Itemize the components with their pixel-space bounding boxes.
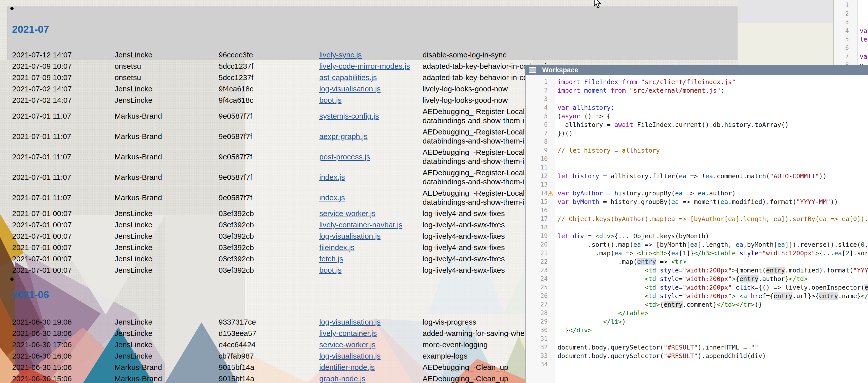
code-line (558, 138, 868, 147)
file-link[interactable]: fileindex.js (319, 243, 354, 252)
list-bullet (10, 278, 13, 281)
code-line: va (860, 53, 867, 61)
line-number: 34 (526, 361, 555, 370)
code-line: import FileIndex from "src/client/filein… (558, 78, 868, 87)
line-number: 17 (526, 215, 555, 224)
line-number: 22 (526, 258, 555, 267)
commit-hash-cell: 96ccec3fe (219, 49, 319, 60)
file-link[interactable]: ast-capabilities.js (319, 73, 377, 82)
commit-file-cell: boot.js (319, 94, 423, 106)
commit-file-cell: boot.js (319, 264, 423, 276)
line-number: 6 (834, 44, 858, 53)
file-link[interactable]: boot.js (319, 266, 341, 274)
commit-hash-cell: cb7fab987 (219, 350, 319, 361)
line-number-gutter: 1234567891011121314151617181920212223242… (526, 75, 555, 383)
commit-file-cell: lively-container-navbar.js (319, 219, 423, 230)
line-number: 16 (526, 207, 555, 215)
commit-author-cell: Markus-Brand (115, 106, 219, 126)
line-number: 3 (834, 19, 858, 27)
warning-icon[interactable]: ⚠ (548, 190, 554, 197)
commit-date-cell: 2021-07-01 11:07 (12, 187, 115, 208)
line-number: 24 (526, 275, 555, 284)
commit-hash-cell: 9e0587f7f (219, 147, 319, 167)
file-link[interactable]: log-visualisation.js (319, 352, 380, 360)
commit-date-cell: 2021-07-02 14:07 (12, 94, 115, 106)
workspace-editor[interactable]: 1234567891011121314151617181920212223242… (526, 75, 868, 383)
commit-date-cell: 2021-07-01 00:07 (12, 253, 115, 264)
file-link[interactable]: lively-container-navbar.js (319, 221, 402, 229)
commit-author-cell: Markus-Brand (115, 167, 219, 187)
line-number: 8 (526, 138, 555, 147)
code-line: // Object.keys(byAuthor).map(ea => [byAu… (558, 215, 868, 224)
commit-date-cell: 2021-07-02 14:07 (12, 83, 115, 94)
file-link[interactable]: lively-container.js (319, 329, 377, 338)
commit-hash-cell: e4cc64424 (219, 339, 319, 350)
line-number: 7 (526, 130, 555, 138)
code-line: <td>{entry.comment}</td></tr>)} (558, 301, 868, 310)
line-number: 23 (526, 267, 555, 275)
code-line (558, 335, 868, 344)
line-number: 1 (834, 1, 858, 10)
file-link[interactable]: index.js (319, 173, 345, 181)
code-line: <td style="width:200px">{entry.author}</… (558, 275, 868, 284)
commit-hash-cell: 9e0587f7f (219, 126, 319, 147)
commit-file-cell: index.js (319, 187, 423, 208)
code-line: va (860, 27, 867, 36)
commit-date-cell: 2021-07-01 11:07 (12, 106, 115, 126)
line-number: 10 (526, 155, 555, 164)
code-area[interactable]: import FileIndex from "src/client/filein… (555, 75, 868, 383)
commit-date-cell: 2021-07-01 00:07 (12, 242, 115, 253)
file-link[interactable]: log-visualisation.js (319, 318, 380, 326)
line-number: 9 (526, 147, 555, 155)
commit-author-cell: JensLincke (115, 83, 219, 94)
file-link[interactable]: aexpr-graph.js (319, 132, 368, 140)
line-number: 29 (526, 318, 555, 327)
code-line: <td style="width:200px">{moment(entry.mo… (558, 267, 868, 275)
file-link[interactable]: boot.js (319, 96, 341, 104)
commit-file-cell: log-visualisation.js (319, 230, 423, 242)
commit-hash-cell: d153eea57 (219, 328, 319, 339)
code-line (860, 1, 867, 10)
file-link[interactable]: lively-sync.js (319, 51, 362, 59)
code-line: </table> (558, 310, 868, 318)
table-row: 2021-07-12 14:07JensLincke96ccec3felivel… (12, 49, 669, 60)
commit-author-cell: JensLincke (115, 208, 219, 219)
code-line: .sort().map(ea => [byMonth[ea].length, e… (558, 241, 868, 250)
commit-file-cell: fetch.js (319, 253, 423, 264)
file-link[interactable]: log-visualisation.js (319, 85, 380, 93)
file-link[interactable]: lively-code-mirror-modes.js (319, 62, 410, 70)
code-line (860, 10, 867, 19)
commit-hash-cell: 9f4ca618c (219, 94, 319, 106)
workspace-titlebar[interactable]: Workspace (526, 65, 868, 75)
code-line: var allhistory; (558, 104, 868, 113)
commit-date-cell: 2021-06-30 16:06 (12, 350, 115, 361)
commit-comment-cell: disable-some-log-in-sync (423, 49, 669, 60)
file-link[interactable]: fetch.js (319, 255, 343, 263)
commit-date-cell: 2021-06-30 15:06 (12, 361, 115, 373)
file-link[interactable]: systemjs-config.js (319, 112, 379, 120)
file-link[interactable]: index.js (319, 193, 345, 202)
line-number: 33 (526, 352, 555, 361)
code-line (860, 44, 867, 53)
commit-file-cell: graph-node.js (319, 373, 423, 383)
commit-file-cell: lively-container.js (319, 328, 423, 339)
file-link[interactable]: service-worker.js (319, 209, 375, 218)
file-link[interactable]: post-process.js (319, 153, 370, 161)
line-number: 4 (526, 104, 555, 113)
file-link[interactable]: graph-node.js (319, 375, 365, 383)
line-number: 31 (526, 335, 555, 344)
file-link[interactable]: service-worker.js (319, 341, 375, 349)
line-number: 2 (834, 10, 858, 19)
line-number: 5 (834, 36, 858, 44)
file-link[interactable]: log-visualisation.js (319, 232, 380, 240)
commit-file-cell: lively-code-mirror-modes.js (319, 60, 423, 72)
commit-author-cell: JensLincke (115, 328, 219, 339)
commit-author-cell: Markus-Brand (115, 361, 219, 373)
file-link[interactable]: identifier-node.js (319, 363, 375, 372)
commit-hash-cell: 03ef392cb (219, 264, 319, 276)
line-number: 11 (526, 164, 555, 172)
hamburger-menu-icon[interactable] (529, 67, 536, 73)
line-number: 19 (526, 232, 555, 241)
commit-author-cell: JensLincke (115, 49, 219, 60)
code-line: var byMonth = history.groupBy(ea => mome… (558, 198, 868, 207)
